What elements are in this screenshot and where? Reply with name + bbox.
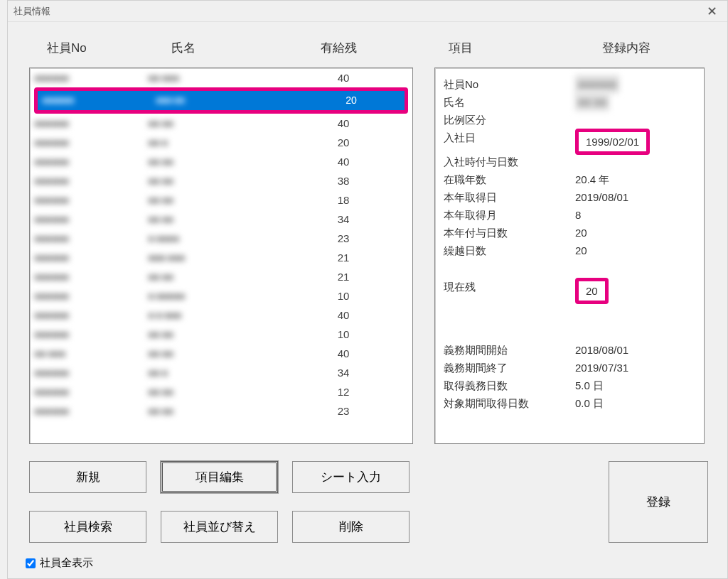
sheet-input-button[interactable]: シート入力 <box>292 461 410 493</box>
header-empno: 社員No <box>29 40 143 56</box>
detail-acqdate: 本年取得日 2019/08/01 <box>444 188 695 206</box>
header-paid: 有給残 <box>282 40 395 56</box>
close-icon[interactable]: ✕ <box>702 4 722 19</box>
list-row-selected[interactable]: ■■■■■■■■■ ■■20 <box>38 91 405 110</box>
register-button[interactable]: 登録 <box>609 461 708 543</box>
delete-button[interactable]: 削除 <box>292 511 410 543</box>
detail-takendays: 対象期間取得日数 0.0 日 <box>444 394 695 412</box>
detail-name: 氏名 ■■ ■■ <box>444 93 695 111</box>
list-row[interactable]: ■■■■■■■■ ■■23 <box>30 401 412 421</box>
header-item: 項目 <box>434 40 555 56</box>
list-row[interactable]: ■■■■■■■■ ■■38 <box>30 171 412 190</box>
list-row[interactable]: ■■■■■■■ ■ ■■■40 <box>30 305 412 325</box>
detail-headers: 項目 登録内容 <box>434 40 712 56</box>
detail-years: 在職年数 20.4 年 <box>444 171 695 188</box>
list-row[interactable]: ■■■■■■■■ ■■18 <box>30 190 412 210</box>
detail-remain: 現在残 20 <box>444 278 695 302</box>
list-row[interactable]: ■■■■■■■■ ■■40 <box>30 152 412 171</box>
detail-prop: 比例区分 <box>444 111 695 129</box>
employee-search-button[interactable]: 社員検索 <box>29 511 146 543</box>
detail-carryover: 繰越日数 20 <box>444 242 695 259</box>
list-row[interactable]: ■■■■■■■ ■■■■23 <box>30 229 412 248</box>
show-all-checkbox-input[interactable] <box>26 558 36 568</box>
list-row[interactable]: ■■■■■■■■ ■■■40 <box>30 68 412 87</box>
selected-row-highlight: ■■■■■■■■■ ■■20 <box>34 87 408 114</box>
list-row[interactable]: ■■■■■■■■ ■20 <box>30 133 412 152</box>
detail-hireddays: 入社時付与日数 <box>444 153 695 171</box>
list-row[interactable]: ■■■■■■■ ■■■■■10 <box>30 286 412 305</box>
header-name: 氏名 <box>143 40 282 56</box>
list-headers: 社員No 氏名 有給残 <box>29 40 420 56</box>
detail-granted: 本年付与日数 20 <box>444 224 695 242</box>
new-button[interactable]: 新規 <box>29 461 146 493</box>
window-title: 社員情報 <box>14 5 50 18</box>
show-all-checkbox[interactable]: 社員全表示 <box>26 556 93 570</box>
detail-acqmonth: 本年取得月 8 <box>444 206 695 224</box>
list-row[interactable]: ■■ ■■■■■ ■■40 <box>30 344 412 363</box>
list-row[interactable]: ■■■■■■■■ ■34 <box>30 363 412 382</box>
list-row[interactable]: ■■■■■■■■ ■■12 <box>30 382 412 401</box>
item-edit-button[interactable]: 項目編集 <box>161 461 278 493</box>
list-row[interactable]: ■■■■■■■■ ■■10 <box>30 325 412 344</box>
list-row[interactable]: ■■■■■■■■ ■■40 <box>30 114 412 133</box>
detail-dutyend: 義務期間終了 2019/07/31 <box>444 359 695 377</box>
detail-hired: 入社日 1999/02/01 <box>444 129 695 153</box>
show-all-label: 社員全表示 <box>40 556 93 570</box>
list-row[interactable]: ■■■■■■■■ ■■34 <box>30 210 412 229</box>
detail-dutystart: 義務期間開始 2018/08/01 <box>444 341 695 359</box>
hired-date-highlight: 1999/02/01 <box>575 129 650 155</box>
header-regcontent: 登録内容 <box>555 40 697 56</box>
detail-panel: 社員No ■■■■■■ 氏名 ■■ ■■ 比例区分 入社日 1999/02/01… <box>434 67 705 444</box>
detail-empno: 社員No ■■■■■■ <box>444 75 695 93</box>
list-row[interactable]: ■■■■■■■■ ■■21 <box>30 267 412 286</box>
titlebar: 社員情報 ✕ <box>8 1 727 22</box>
remain-highlight: 20 <box>575 278 609 304</box>
employee-info-dialog: 社員情報 ✕ 社員No 氏名 有給残 ■■■■■■■■ ■■■40■■■■■■■… <box>7 0 728 579</box>
list-row[interactable]: ■■■■■■■■■ ■■■21 <box>30 248 412 267</box>
employee-listbox[interactable]: ■■■■■■■■ ■■■40■■■■■■■■■ ■■20■■■■■■■■ ■■4… <box>29 67 413 444</box>
detail-dutydays: 取得義務日数 5.0 日 <box>444 377 695 394</box>
employee-sort-button[interactable]: 社員並び替え <box>161 511 278 543</box>
